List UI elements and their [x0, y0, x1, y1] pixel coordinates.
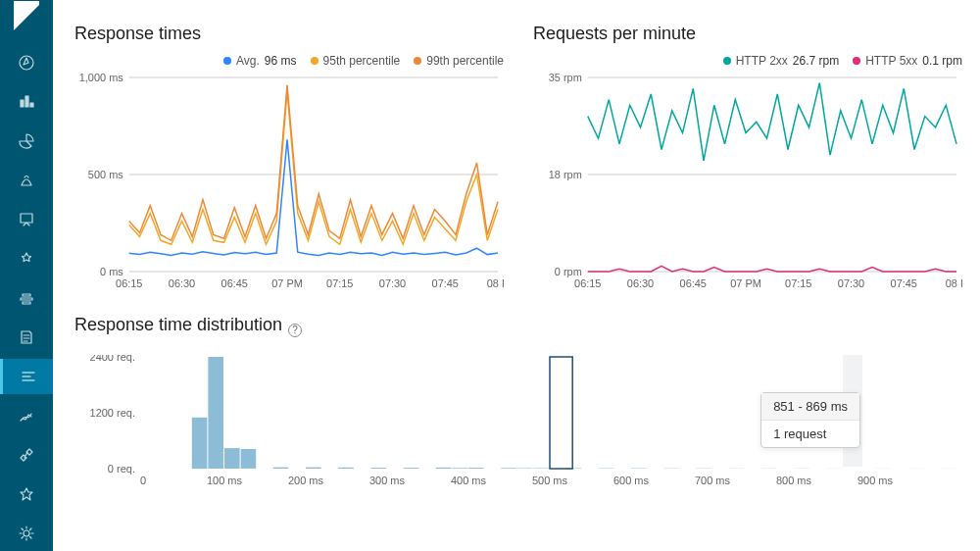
svg-text:07:15: 07:15: [785, 277, 811, 289]
svg-rect-47: [241, 449, 257, 469]
devtools-icon[interactable]: [0, 437, 53, 473]
chart-legend: HTTP 2xx 26.7 rpm HTTP 5xx 0.1 rpm: [533, 54, 962, 68]
tooltip-range: 851 - 869 ms: [761, 393, 859, 421]
svg-text:500 ms: 500 ms: [532, 475, 568, 486]
rpm-plot[interactable]: 0 rpm18 rpm35 rpm06:1506:3006:4507 PM07:…: [533, 72, 962, 291]
svg-text:700 ms: 700 ms: [695, 475, 731, 486]
svg-text:07:45: 07:45: [891, 277, 917, 289]
legend-p95[interactable]: 95th percentile: [311, 54, 401, 68]
distribution-plot[interactable]: 0 req.1200 req.2400 req.0100 ms200 ms300…: [74, 355, 962, 490]
legend-p99[interactable]: 99th percentile: [414, 54, 504, 68]
svg-rect-60: [452, 468, 467, 469]
svg-rect-63: [501, 468, 516, 469]
svg-rect-61: [468, 468, 484, 469]
chart-title: Response times: [74, 24, 504, 44]
svg-rect-53: [338, 468, 354, 469]
timelion-icon[interactable]: [0, 163, 53, 198]
active-app-icon[interactable]: [0, 359, 53, 394]
svg-text:400 ms: 400 ms: [451, 475, 487, 486]
svg-text:07:45: 07:45: [432, 277, 459, 289]
response-times-plot[interactable]: 0 ms500 ms1,000 ms06:1506:3006:4507 PM07…: [74, 72, 504, 291]
svg-rect-65: [533, 469, 549, 470]
svg-text:200 ms: 200 ms: [288, 475, 324, 486]
svg-rect-51: [306, 468, 321, 469]
svg-text:06:30: 06:30: [169, 277, 195, 289]
main-content: Response times Avg. 96 ms 95th percentil…: [53, 0, 980, 551]
svg-rect-49: [273, 468, 289, 469]
response-time-distribution: Response time distribution ? 0 req.1200 …: [74, 315, 962, 490]
legend-http2xx[interactable]: HTTP 2xx 26.7 rpm: [723, 54, 839, 68]
svg-rect-64: [517, 469, 533, 470]
svg-text:06:45: 06:45: [680, 277, 707, 289]
svg-text:900 ms: 900 ms: [858, 475, 894, 486]
svg-rect-45: [208, 357, 223, 469]
svg-rect-46: [224, 448, 240, 469]
svg-text:800 ms: 800 ms: [776, 475, 812, 486]
svg-text:0 req.: 0 req.: [108, 463, 135, 475]
svg-text:600 ms: 600 ms: [613, 475, 650, 486]
svg-text:500 ms: 500 ms: [88, 169, 123, 180]
svg-text:08 P: 08 P: [487, 277, 504, 289]
distribution-tooltip: 851 - 869 ms 1 request: [760, 392, 860, 448]
svg-rect-55: [370, 468, 386, 469]
graph-icon[interactable]: [0, 398, 53, 433]
svg-text:06:30: 06:30: [627, 277, 654, 289]
apm-icon[interactable]: [0, 241, 53, 276]
chart-legend: Avg. 96 ms 95th percentile 99th percenti…: [74, 54, 504, 68]
svg-text:1,000 ms: 1,000 ms: [79, 72, 124, 83]
svg-text:35 rpm: 35 rpm: [549, 72, 582, 83]
svg-text:07:30: 07:30: [838, 277, 864, 289]
svg-text:2400 req.: 2400 req.: [90, 355, 135, 363]
sidebar-nav: [0, 0, 53, 551]
tooltip-count: 1 request: [761, 421, 859, 447]
svg-text:1200 req.: 1200 req.: [90, 407, 135, 419]
legend-avg[interactable]: Avg. 96 ms: [223, 54, 296, 68]
svg-text:06:15: 06:15: [574, 277, 601, 289]
infra-icon[interactable]: [0, 280, 53, 316]
svg-text:100 ms: 100 ms: [207, 475, 243, 486]
kibana-logo[interactable]: [0, 0, 53, 31]
svg-rect-91: [550, 357, 572, 469]
svg-text:07:30: 07:30: [379, 277, 406, 289]
svg-rect-44: [192, 418, 208, 469]
response-times-chart: Response times Avg. 96 ms 95th percentil…: [74, 24, 504, 291]
dashboard-icon[interactable]: [0, 124, 53, 159]
svg-text:06:45: 06:45: [221, 277, 248, 289]
canvas-icon[interactable]: [0, 202, 53, 237]
svg-text:0 ms: 0 ms: [100, 266, 123, 277]
svg-text:07:15: 07:15: [326, 277, 353, 289]
discover-icon[interactable]: [0, 45, 53, 80]
svg-text:07 PM: 07 PM: [271, 277, 303, 289]
monitoring-icon[interactable]: [0, 476, 53, 512]
svg-text:06:15: 06:15: [116, 277, 142, 289]
chart-title: Response time distribution: [74, 315, 282, 335]
chart-title: Requests per minute: [533, 24, 962, 44]
legend-http5xx[interactable]: HTTP 5xx 0.1 rpm: [853, 54, 962, 68]
rpm-chart: Requests per minute HTTP 2xx 26.7 rpm HT…: [533, 24, 962, 291]
svg-rect-57: [404, 468, 419, 469]
svg-rect-59: [436, 468, 452, 469]
visualize-icon[interactable]: [0, 84, 53, 120]
svg-text:300 ms: 300 ms: [369, 475, 406, 486]
svg-text:07 PM: 07 PM: [730, 277, 761, 289]
svg-text:18 rpm: 18 rpm: [549, 169, 582, 180]
management-icon[interactable]: [0, 516, 53, 551]
svg-text:08 P: 08 P: [946, 277, 962, 289]
svg-text:0: 0: [140, 475, 146, 486]
logs-icon[interactable]: [0, 320, 53, 355]
svg-text:0 rpm: 0 rpm: [555, 266, 582, 277]
help-icon[interactable]: ?: [288, 324, 302, 337]
